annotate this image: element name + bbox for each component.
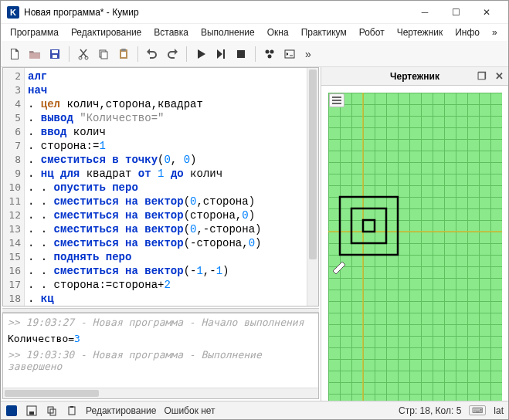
svg-rect-2 [53,55,57,58]
editor-gutter: 2 3 4 5 6 7 8 9 10 11 12 13 14 15 16 17 … [3,68,25,306]
console-log-line: >> 19:03:27 - Новая программа - Начало в… [8,317,314,328]
svg-rect-6 [101,52,107,59]
svg-point-13 [270,49,274,53]
actors-icon[interactable] [260,45,279,63]
output-console[interactable]: >> 19:03:27 - Новая программа - Начало в… [2,313,319,399]
console-input-value: 3 [74,333,80,344]
svg-rect-21 [69,407,75,415]
drawer-canvas[interactable] [324,89,502,401]
step-icon[interactable] [212,45,230,63]
save-file-icon[interactable] [46,45,64,63]
drawer-canvas-area [321,86,508,401]
close-button[interactable]: ✕ [471,2,502,23]
menubar: ПрограммаРедактированиеВставкаВыполнение… [1,24,508,41]
svg-rect-8 [121,52,126,57]
menu-item[interactable]: » [487,25,502,39]
status-save-icon[interactable] [25,405,38,417]
maximize-button[interactable]: ☐ [440,2,471,23]
status-cursor-position: Стр: 18, Кол: 5 [399,405,461,416]
menu-item[interactable]: Окна [263,25,294,39]
status-copy-icon[interactable] [46,405,58,417]
toolbar: » [1,41,508,67]
svg-rect-18 [29,412,34,415]
menu-item[interactable]: Выполнение [196,25,260,39]
run-icon[interactable] [192,45,210,63]
svg-rect-10 [223,49,225,59]
status-keyboard-icon[interactable]: ⌨ [469,405,486,415]
svg-point-12 [266,49,270,53]
paste-icon[interactable] [114,45,133,63]
redo-icon[interactable] [163,45,182,63]
menu-item[interactable]: Практикум [297,25,351,39]
panel-maximize-icon[interactable]: ❐ [476,69,488,82]
window-title: Новая программа* - Кумир [24,7,409,18]
menu-item[interactable]: Робот [355,25,389,39]
drawer-panel-title: Чертежник ❐ ✕ [321,67,508,86]
svg-rect-11 [237,50,245,58]
minimize-button[interactable]: ─ [409,2,440,23]
svg-rect-16 [6,405,17,416]
app-icon: K [7,6,19,19]
drawer-panel-label: Чертежник [390,71,439,82]
menu-item[interactable]: Вставка [149,25,193,39]
svg-rect-22 [70,406,73,408]
titlebar: K Новая программа* - Кумир ─ ☐ ✕ [1,1,508,24]
menu-item[interactable]: Инфо [450,25,484,39]
menu-item[interactable]: Чертежник [392,25,448,39]
status-input-lang[interactable]: lat [494,405,504,416]
svg-rect-9 [121,49,126,51]
canvas-menu-icon[interactable] [329,93,344,107]
toolbar-overflow[interactable]: » [305,48,311,60]
status-paste-icon[interactable] [66,405,78,417]
statusbar: Редактирование Ошибок нет Стр: 18, Кол: … [1,401,508,419]
status-errors: Ошибок нет [164,405,215,416]
console-log-line: >> 19:03:30 - Новая программа - Выполнен… [8,349,314,372]
console-prompt: Количество=3 [8,333,314,344]
editor-scrollbar-vertical[interactable] [307,68,318,306]
open-file-icon[interactable] [25,45,44,63]
console-prompt-label: Количество= [8,333,74,344]
editor-content[interactable]: алг нач . цел колич,сторона,квадрат . вы… [25,68,318,306]
menu-item[interactable]: Программа [5,25,63,39]
panel-close-icon[interactable]: ✕ [493,69,505,82]
svg-rect-15 [285,50,294,58]
status-app-icon [5,405,18,417]
console-icon[interactable] [280,45,299,63]
code-editor[interactable]: 2 3 4 5 6 7 8 9 10 11 12 13 14 15 16 17 … [2,67,319,307]
menu-item[interactable]: Редактирование [66,25,146,39]
stop-icon[interactable] [232,45,250,63]
status-mode: Редактирование [86,405,156,416]
undo-icon[interactable] [143,45,161,63]
console-scrollbar-horizontal[interactable] [3,388,318,398]
new-file-icon[interactable] [5,45,24,63]
svg-rect-1 [52,50,58,53]
svg-point-14 [268,54,272,58]
copy-icon[interactable] [94,45,113,63]
cut-icon[interactable] [74,45,93,63]
